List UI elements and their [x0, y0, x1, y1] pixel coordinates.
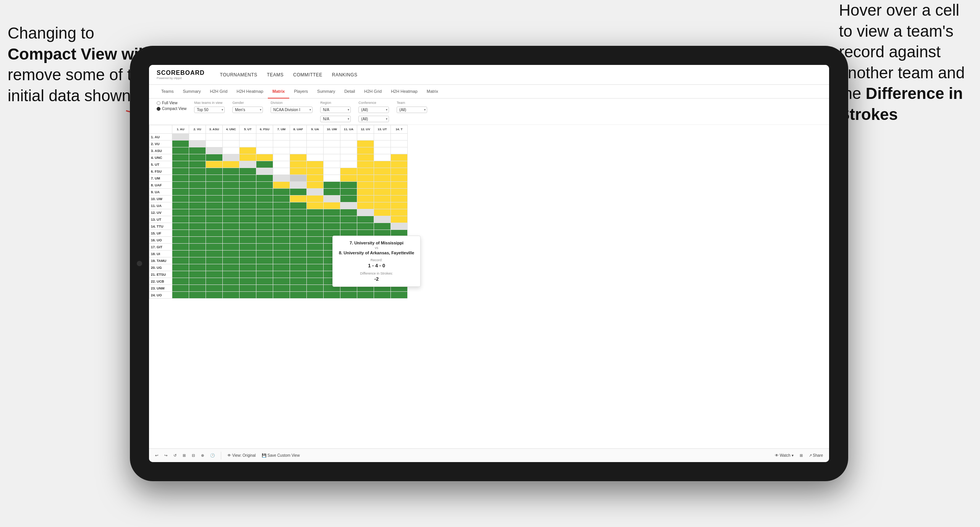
matrix-cell[interactable]	[240, 175, 256, 182]
matrix-cell[interactable]	[189, 271, 206, 278]
matrix-cell[interactable]	[290, 257, 307, 264]
matrix-cell[interactable]	[206, 141, 223, 147]
matrix-cell[interactable]	[223, 271, 240, 278]
matrix-cell[interactable]	[357, 147, 374, 154]
nav-teams[interactable]: TEAMS	[267, 72, 284, 78]
matrix-cell[interactable]	[391, 147, 408, 154]
matrix-cell[interactable]	[223, 237, 240, 244]
matrix-cell[interactable]	[273, 189, 290, 196]
matrix-cell[interactable]	[240, 264, 256, 271]
matrix-cell[interactable]	[290, 189, 307, 196]
matrix-cell[interactable]	[206, 196, 223, 202]
matrix-cell[interactable]	[189, 251, 206, 257]
matrix-cell[interactable]	[223, 230, 240, 237]
matrix-cell[interactable]	[340, 182, 357, 189]
matrix-cell[interactable]	[223, 196, 240, 202]
matrix-cell[interactable]	[206, 161, 223, 168]
matrix-cell[interactable]	[290, 154, 307, 161]
tab-teams[interactable]: Teams	[157, 85, 178, 99]
matrix-cell[interactable]	[256, 244, 273, 251]
conference-select2[interactable]: (All)	[358, 116, 389, 122]
matrix-cell[interactable]	[172, 271, 189, 278]
matrix-cell[interactable]	[273, 257, 290, 264]
tab-summary-1[interactable]: Summary	[178, 85, 205, 99]
matrix-cell[interactable]	[273, 141, 290, 147]
matrix-cell[interactable]	[340, 147, 357, 154]
matrix-cell[interactable]	[307, 285, 324, 292]
matrix-cell[interactable]	[374, 161, 391, 168]
matrix-cell[interactable]	[240, 141, 256, 147]
matrix-cell[interactable]	[307, 230, 324, 237]
matrix-cell[interactable]	[273, 251, 290, 257]
matrix-cell[interactable]	[189, 182, 206, 189]
matrix-cell[interactable]	[172, 264, 189, 271]
matrix-cell[interactable]	[324, 182, 340, 189]
matrix-cell[interactable]	[307, 257, 324, 264]
matrix-cell[interactable]	[374, 134, 391, 141]
matrix-cell[interactable]	[172, 230, 189, 237]
matrix-cell[interactable]	[223, 257, 240, 264]
matrix-cell[interactable]	[273, 161, 290, 168]
toolbar-btn-7[interactable]: 🕐	[210, 453, 215, 457]
matrix-cell[interactable]	[256, 223, 273, 230]
matrix-cell[interactable]	[290, 168, 307, 175]
matrix-cell[interactable]	[189, 237, 206, 244]
matrix-cell[interactable]	[172, 134, 189, 141]
matrix-cell[interactable]	[256, 161, 273, 168]
matrix-cell[interactable]	[374, 147, 391, 154]
matrix-cell[interactable]	[240, 257, 256, 264]
matrix-cell[interactable]	[256, 209, 273, 216]
matrix-cell[interactable]	[357, 189, 374, 196]
matrix-cell[interactable]	[340, 175, 357, 182]
matrix-cell[interactable]	[206, 202, 223, 209]
matrix-cell[interactable]	[223, 161, 240, 168]
matrix-cell[interactable]	[223, 147, 240, 154]
matrix-cell[interactable]	[290, 244, 307, 251]
matrix-cell[interactable]	[256, 154, 273, 161]
matrix-cell[interactable]	[206, 271, 223, 278]
matrix-cell[interactable]	[273, 237, 290, 244]
matrix-cell[interactable]	[273, 209, 290, 216]
matrix-cell[interactable]	[172, 251, 189, 257]
matrix-cell[interactable]	[206, 216, 223, 223]
matrix-cell[interactable]	[324, 154, 340, 161]
matrix-cell[interactable]	[189, 168, 206, 175]
matrix-cell[interactable]	[256, 168, 273, 175]
matrix-cell[interactable]	[206, 244, 223, 251]
matrix-cell[interactable]	[256, 251, 273, 257]
toolbar-btn-4[interactable]: ⊞	[183, 453, 186, 457]
matrix-cell[interactable]	[290, 264, 307, 271]
toolbar-btn-3[interactable]: ↺	[173, 453, 177, 457]
full-view-option[interactable]: Full View	[157, 101, 186, 105]
matrix-cell[interactable]	[256, 202, 273, 209]
matrix-cell[interactable]	[223, 154, 240, 161]
matrix-cell[interactable]	[223, 223, 240, 230]
matrix-cell[interactable]	[307, 278, 324, 285]
matrix-cell[interactable]	[172, 216, 189, 223]
matrix-cell[interactable]	[240, 285, 256, 292]
matrix-cell[interactable]	[240, 147, 256, 154]
nav-committee[interactable]: COMMITTEE	[293, 72, 322, 78]
matrix-cell[interactable]	[172, 168, 189, 175]
matrix-cell[interactable]	[307, 244, 324, 251]
matrix-cell[interactable]	[374, 154, 391, 161]
matrix-cell[interactable]	[206, 168, 223, 175]
matrix-cell[interactable]	[290, 196, 307, 202]
matrix-cell[interactable]	[290, 230, 307, 237]
matrix-cell[interactable]	[391, 216, 408, 223]
matrix-cell[interactable]	[206, 209, 223, 216]
matrix-cell[interactable]	[189, 161, 206, 168]
matrix-cell[interactable]	[324, 168, 340, 175]
matrix-cell[interactable]	[391, 154, 408, 161]
matrix-cell[interactable]	[374, 292, 391, 299]
matrix-cell[interactable]	[374, 141, 391, 147]
tab-players[interactable]: Players	[289, 85, 313, 99]
matrix-cell[interactable]	[307, 147, 324, 154]
matrix-cell[interactable]	[172, 244, 189, 251]
matrix-cell[interactable]	[357, 202, 374, 209]
matrix-cell[interactable]	[172, 202, 189, 209]
matrix-cell[interactable]	[307, 189, 324, 196]
matrix-cell[interactable]	[206, 223, 223, 230]
matrix-cell[interactable]	[273, 147, 290, 154]
matrix-cell[interactable]	[172, 237, 189, 244]
